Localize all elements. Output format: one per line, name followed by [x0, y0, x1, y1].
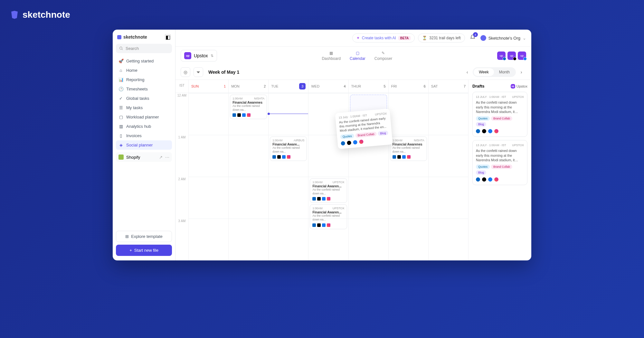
tag: Blog	[476, 170, 486, 175]
calendar-cell[interactable]	[428, 135, 468, 177]
calendar-event[interactable]: 1:00AMAIRBUSFinancial Aware...As the con…	[270, 136, 307, 161]
now-indicator	[269, 114, 308, 114]
collapse-sidebar-icon[interactable]: ◧	[165, 34, 171, 40]
sidebar-item-reporting[interactable]: 📊Reporting	[116, 75, 172, 84]
date-range-label: Week of May 1	[208, 70, 239, 75]
day-header-mon: MON2	[228, 80, 268, 93]
tab-dashboard[interactable]: ▦Dashboard	[322, 51, 341, 61]
sidebar-item-label: Workload planner	[126, 115, 159, 119]
sidebar-item-analytics-hub[interactable]: ▥Analytics hub	[116, 122, 172, 131]
tab-composer[interactable]: ✎Composer	[374, 51, 392, 61]
calendar-event[interactable]: 1:00AMNISHTAFinancial AwarenesAs the con…	[230, 95, 267, 119]
drafts-workspace[interactable]: upUpstox	[511, 84, 527, 89]
view-tabs: ▦Dashboard ▢Calendar ✎Composer	[322, 51, 392, 61]
next-week-button[interactable]: ›	[516, 67, 526, 77]
calendar-cell[interactable]	[348, 219, 388, 260]
sidebar-item-invoices[interactable]: ▯Invoices	[116, 131, 172, 140]
calendar-cell[interactable]: 1:00AMAIRBUSFinancial Aware...As the con…	[268, 135, 308, 177]
calendar-cell[interactable]	[308, 219, 348, 260]
mode-month[interactable]: Month	[494, 68, 515, 76]
topbar: ✦ Create tasks with AI BETA ⏳ 3231 trail…	[175, 30, 531, 47]
calendar-cell[interactable]: 1:00AMNISHTAFinancial AwarenesAs the con…	[228, 93, 268, 135]
beta-badge: BETA	[398, 36, 411, 40]
sidebar-item-label: Analytics hub	[126, 124, 151, 129]
sidebar-item-social-planner[interactable]: ◈Social planner	[116, 140, 172, 150]
twitter-icon	[482, 177, 486, 182]
start-new-file-button[interactable]: + Start new file	[116, 245, 172, 256]
today-button[interactable]: ◎	[181, 67, 190, 77]
day-header-thur: THUR5	[348, 80, 388, 93]
mode-week[interactable]: Week	[474, 68, 494, 76]
sidebar-item-getting-started[interactable]: 🚀Getting started	[116, 56, 172, 66]
sidebar-logo: sketchnote	[117, 34, 147, 40]
sidebar-item-label: Home	[126, 68, 137, 73]
linkedin-icon	[312, 197, 316, 201]
facebook-icon	[523, 57, 527, 61]
facebook-icon	[282, 155, 286, 159]
draft-card[interactable]: 13 JULY · 1:00AM · ISTUPSTOXAs the confe…	[472, 140, 527, 185]
calendar-cell[interactable]	[428, 93, 468, 135]
facebook-icon	[353, 140, 357, 145]
calendar-cell[interactable]	[228, 219, 268, 260]
calendar-cell[interactable]	[268, 219, 308, 260]
facebook-icon	[242, 113, 246, 117]
account-facebook[interactable]: up	[518, 52, 526, 60]
drafts-panel: Drafts upUpstox 13 JULY · 1:00AM · ISTUP…	[469, 80, 531, 260]
calendar-cell[interactable]	[188, 135, 228, 177]
draft-card[interactable]: 13 JULY · 1:00AM · ISTUPSTOXAs the confe…	[472, 92, 527, 137]
social-icon: ◈	[118, 143, 123, 147]
calendar-event[interactable]: 1:00AMNISHTAFinancial AwarenesAs the con…	[390, 136, 427, 161]
filter-button[interactable]: ⏷	[194, 67, 203, 77]
svg-point-0	[120, 47, 122, 50]
facebook-icon	[402, 155, 406, 159]
account-twitter[interactable]: up	[507, 52, 516, 60]
sidebar-item-timesheets[interactable]: 🕐Timesheets	[116, 84, 172, 94]
linkedin-icon	[503, 57, 506, 61]
notifications-button[interactable]: 4	[468, 33, 477, 43]
sidebar-item-workload-planner[interactable]: ▢Workload planner	[116, 112, 172, 122]
twitter-icon	[482, 129, 486, 133]
prev-week-button[interactable]: ‹	[462, 67, 472, 77]
calendar-event[interactable]: 1:00AMUPSTOXFinancial Awaren...As the co…	[310, 178, 347, 203]
facebook-icon	[322, 197, 326, 201]
instagram-icon	[407, 155, 411, 159]
drag-ghost-card[interactable]: 13 July · 1:00AM · ISTUPSTOXAs the confe…	[335, 108, 393, 149]
tag: Blog	[378, 130, 388, 136]
calendar-cell[interactable]	[188, 93, 228, 135]
calendar-cell[interactable]	[228, 135, 268, 177]
create-tasks-ai-button[interactable]: ✦ Create tasks with AI BETA	[352, 33, 415, 42]
drafts-title: Drafts	[472, 84, 485, 89]
calendar-icon: ▢	[118, 115, 123, 119]
composer-icon: ✎	[382, 51, 385, 55]
explore-template-button[interactable]: ⊞ Explore template	[116, 231, 172, 242]
account-linkedin[interactable]: up	[497, 52, 506, 60]
calendar-cell[interactable]: 1:00AMNISHTAFinancial AwarenesAs the con…	[388, 135, 428, 177]
sidebar-item-global-tasks[interactable]: ✓Global tasks	[116, 94, 172, 103]
trial-days-pill[interactable]: ⏳ 3231 trail days left	[418, 33, 465, 42]
calendar-cell[interactable]	[268, 93, 308, 135]
chevron-down-icon: ⌄	[523, 36, 526, 41]
calendar-cell[interactable]	[388, 93, 428, 135]
sidebar-item-home[interactable]: ⌂Home	[116, 66, 172, 75]
sidebar-item-label: My tasks	[126, 105, 143, 110]
external-link-icon: ↗	[159, 155, 163, 160]
sidebar-item-my-tasks[interactable]: ☰My tasks	[116, 103, 172, 112]
search-input[interactable]: Search	[116, 44, 172, 53]
twitter-icon	[277, 155, 281, 159]
linkedin-icon	[393, 155, 396, 159]
search-icon	[119, 46, 123, 51]
facebook-icon	[488, 129, 492, 133]
twitter-icon	[317, 197, 321, 201]
org-switcher[interactable]: Sketchnote's Org ⌄	[480, 35, 526, 41]
integration-shopify[interactable]: Shopify ↗ ⋯	[116, 152, 172, 162]
calendar-cell[interactable]	[428, 219, 468, 260]
tab-calendar[interactable]: ▢Calendar	[350, 51, 365, 61]
chart-icon: 📊	[118, 77, 123, 82]
more-icon[interactable]: ⋯	[165, 155, 169, 160]
calendar-cell[interactable]	[188, 219, 228, 260]
instagram-icon	[247, 113, 251, 117]
instagram-icon	[287, 155, 290, 159]
workspace-selector[interactable]: up Upstox ⇅	[181, 50, 217, 61]
sidebar-item-label: Invoices	[126, 133, 142, 138]
calendar-cell[interactable]	[388, 219, 428, 260]
